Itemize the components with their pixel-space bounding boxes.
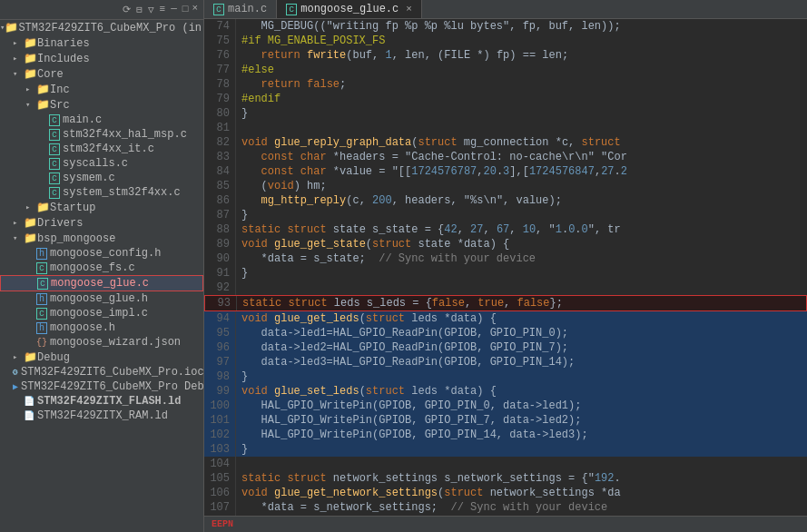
editor-tab-main_c[interactable]: cmain.c: [204, 0, 277, 18]
line-content: return fwrite(buf, 1, len, (FILE *) fp) …: [241, 48, 807, 63]
line-number: 94: [204, 311, 236, 326]
tree-item-mgwiz[interactable]: {} mongoose_wizard.json: [0, 335, 203, 350]
tree-item-ram_ld[interactable]: 📄 STM32F429ZITX_RAM.ld: [0, 409, 203, 423]
h-file-icon: h: [36, 293, 47, 305]
tree-item-binaries[interactable]: 📁 Binaries: [0, 35, 203, 51]
code-line-93: 93static struct leds s_leds = {false, tr…: [204, 295, 807, 311]
tree-item-stm32it[interactable]: c stm32f4xx_it.c: [0, 142, 203, 156]
tree-item-root[interactable]: 📁 STM32F429ZIT6_CubeMX_Pro (in STM32F429…: [0, 20, 203, 35]
c-file-icon: c: [49, 129, 60, 141]
line-content: #if MG_ENABLE_POSIX_FS: [241, 34, 807, 48]
tree-item-ioc[interactable]: ⚙ STM32F429ZIT6_CubeMX_Pro.ioc: [0, 365, 203, 379]
line-number: 98: [204, 369, 236, 384]
tree-item-label: mongoose_impl.c: [50, 307, 148, 320]
folder-icon: 📁: [36, 83, 50, 96]
tree-item-src[interactable]: 📁 Src: [0, 97, 203, 113]
folder-icon: 📁: [24, 350, 37, 364]
sync-icon[interactable]: ⟳: [121, 3, 133, 16]
line-number: 83: [204, 150, 236, 164]
tree-item-bsp[interactable]: 📁 bsp_mongoose: [0, 231, 203, 246]
code-line-105: 105static struct network_settings s_netw…: [204, 471, 807, 486]
menu-icon[interactable]: ≡: [158, 3, 168, 16]
tree-item-stm32hal[interactable]: c stm32f4xx_hal_msp.c: [0, 127, 203, 142]
tree-arrow[interactable]: [13, 218, 24, 228]
tree-item-label: Drivers: [37, 217, 83, 230]
tree-item-label: main.c: [63, 113, 102, 126]
tree-arrow[interactable]: [13, 233, 24, 243]
tree-item-label: bsp_mongoose: [37, 232, 115, 245]
line-content: void glue_reply_graph_data(struct mg_con…: [241, 135, 807, 150]
collapse-icon[interactable]: ⊟: [134, 3, 144, 16]
tree-item-drivers[interactable]: 📁 Drivers: [0, 215, 203, 231]
tree-item-core[interactable]: 📁 Core: [0, 66, 203, 82]
tree-item-mgglue[interactable]: c mongoose_glue.c: [0, 275, 203, 291]
code-line-106: 106void glue_get_network_settings(struct…: [204, 486, 807, 500]
tree-item-inc[interactable]: 📁 Inc: [0, 82, 203, 97]
tree-arrow[interactable]: [13, 69, 24, 79]
tree-item-mgglue_h[interactable]: h mongoose_glue.h: [0, 291, 203, 306]
line-content: const char *headers = "Cache-Control: no…: [241, 150, 807, 164]
tree-item-label: Debug: [37, 351, 70, 364]
project-explorer-panel: ⟳ ⊟ ▽ ≡ ─ □ × 📁 STM32F429ZIT6_CubeMX_Pro…: [0, 0, 204, 532]
tree-item-sysmem[interactable]: c sysmem.c: [0, 171, 203, 185]
c-file-icon: c: [49, 158, 60, 170]
line-number: 81: [204, 121, 236, 135]
tree-item-label: stm32f4xx_hal_msp.c: [63, 128, 187, 141]
close-panel-button[interactable]: ×: [192, 3, 198, 16]
tree-item-startup[interactable]: 📁 Startup: [0, 200, 203, 215]
watermark-text: EEPN: [212, 519, 233, 529]
tree-item-mgfs[interactable]: c mongoose_fs.c: [0, 261, 203, 275]
code-area[interactable]: 74 MG_DEBUG(("writing fp %p %p %lu bytes…: [204, 19, 807, 516]
tree-arrow[interactable]: [25, 84, 36, 94]
tab-close-button[interactable]: ×: [406, 4, 412, 15]
tree-item-label: STM32F429ZITX_FLASH.ld: [37, 395, 181, 408]
tree-item-sysfile[interactable]: c system_stm32f4xx.c: [0, 185, 203, 200]
folder-icon: 📁: [24, 52, 37, 65]
line-number: 86: [204, 193, 236, 208]
tree-arrow[interactable]: [13, 38, 24, 48]
status-bar: EEPN: [204, 516, 807, 532]
line-number: 95: [204, 326, 236, 340]
tree-item-flash_ld[interactable]: 📄 STM32F429ZITX_FLASH.ld: [0, 394, 203, 409]
line-number: 82: [204, 135, 236, 150]
maximize-icon[interactable]: □: [181, 3, 191, 16]
tree-arrow[interactable]: [13, 352, 24, 362]
line-number: 79: [204, 92, 236, 106]
line-number: 96: [204, 340, 236, 355]
line-content: MG_DEBUG(("writing fp %p %p %lu bytes", …: [241, 19, 807, 34]
tree-item-label: STM32F429ZIT6_CubeMX_Pro.ioc: [21, 366, 203, 379]
code-line-97: 97 data->led3=HAL_GPIO_ReadPin(GPIOB, GP…: [204, 355, 807, 369]
code-line-74: 74 MG_DEBUG(("writing fp %p %p %lu bytes…: [204, 19, 807, 34]
tree-item-includes[interactable]: 📁 Includes: [0, 51, 203, 66]
line-number: 88: [204, 222, 236, 237]
tree-item-mg[interactable]: h mongoose.h: [0, 320, 203, 335]
code-line-98: 98}: [204, 369, 807, 384]
editor-tab-mongoose_glue[interactable]: cmongoose_glue.c×: [277, 0, 422, 18]
tree-arrow[interactable]: [13, 54, 24, 64]
tree-item-mainc[interactable]: c main.c: [0, 113, 203, 127]
filter-icon[interactable]: ▽: [146, 3, 156, 16]
tree-arrow[interactable]: [25, 100, 36, 110]
tree-arrow[interactable]: [25, 202, 36, 212]
line-content: }: [241, 208, 807, 222]
tree-item-label: mongoose_wizard.json: [50, 336, 181, 349]
c-tab-icon: c: [286, 4, 297, 15]
tree-item-label: Startup: [50, 202, 95, 214]
minimize-icon[interactable]: ─: [169, 3, 179, 16]
code-line-89: 89void glue_get_state(struct state *data…: [204, 237, 807, 251]
tree-item-label: sysmem.c: [63, 172, 115, 184]
tree-item-launch[interactable]: ▶ STM32F429ZIT6_CubeMX_Pro Debug.launch: [0, 379, 203, 394]
h-file-icon: h: [36, 322, 47, 334]
c-file-icon: c: [36, 262, 47, 274]
tree-item-mgconfig[interactable]: h mongoose_config.h: [0, 246, 203, 261]
folder-icon: 📁: [24, 216, 37, 230]
tree-item-syscalls[interactable]: c syscalls.c: [0, 156, 203, 171]
tab-label: mongoose_glue.c: [300, 3, 399, 15]
tree-item-debug[interactable]: 📁 Debug: [0, 350, 203, 365]
code-line-86: 86 mg_http_reply(c, 200, headers, "%s\n"…: [204, 193, 807, 208]
tab-label: main.c: [228, 3, 267, 15]
c-file-icon: c: [49, 187, 60, 199]
json-file-icon: {}: [36, 338, 47, 348]
tree-item-mgimpl[interactable]: c mongoose_impl.c: [0, 306, 203, 320]
c-file-icon: c: [49, 172, 60, 184]
